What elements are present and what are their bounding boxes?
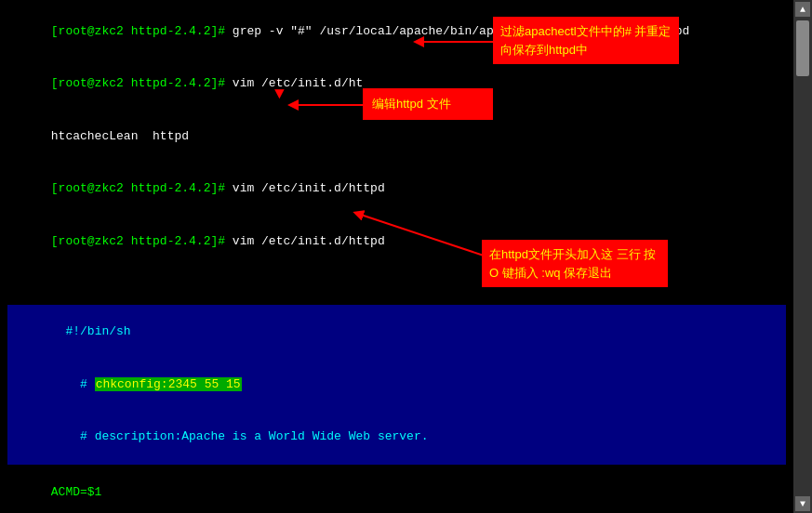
highlight-block: #!/bin/sh # chkconfig:2345 55 15 # descr… bbox=[7, 305, 786, 465]
arrow-top bbox=[409, 33, 502, 51]
annotation-middle: 编辑httpd 文件 bbox=[363, 88, 493, 120]
highlight-line-3: # description:Apache is a World Wide Web… bbox=[7, 411, 786, 464]
scrollbar[interactable]: ▲ ▼ bbox=[793, 0, 812, 513]
annotation-bottom-right-text: 在httpd文件开头加入这 三行 按 O 键插入 :wq 保存退出 bbox=[489, 247, 656, 280]
arrow-indicator: ▼ bbox=[274, 82, 285, 106]
annotation-top-right: 过滤apachectl文件中的# 并重定向保存到httpd中 bbox=[493, 17, 679, 64]
scroll-down-button[interactable]: ▼ bbox=[795, 496, 810, 511]
svg-line-2 bbox=[358, 214, 484, 256]
highlight-line-2: # chkconfig:2345 55 15 bbox=[7, 359, 786, 412]
scroll-up-button[interactable]: ▲ bbox=[795, 2, 810, 17]
highlight-line-1: #!/bin/sh bbox=[7, 306, 786, 359]
annotation-middle-text: 编辑httpd 文件 bbox=[372, 97, 451, 111]
arrow-bottom bbox=[353, 204, 488, 260]
annotation-bottom-right: 在httpd文件开头加入这 三行 按 O 键插入 :wq 保存退出 bbox=[482, 240, 668, 287]
arrow-middle bbox=[288, 98, 367, 112]
scroll-thumb[interactable] bbox=[796, 20, 809, 76]
annotation-top-right-text: 过滤apachectl文件中的# 并重定向保存到httpd中 bbox=[500, 24, 672, 57]
line-acmd: ACMD=$1 bbox=[7, 467, 786, 513]
